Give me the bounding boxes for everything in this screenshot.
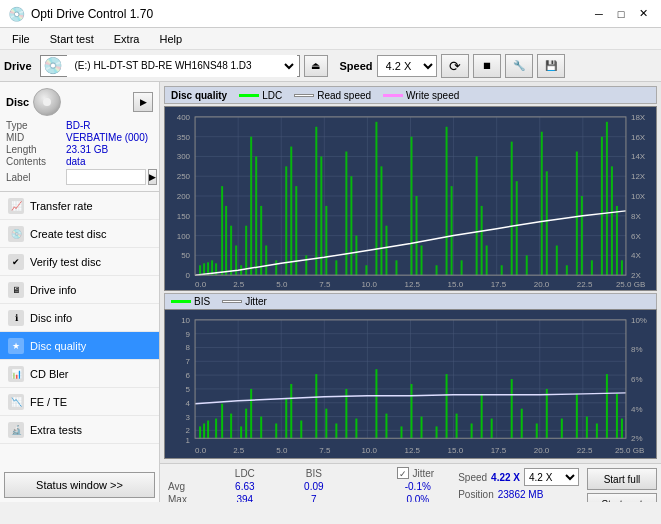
sidebar-item-fe-te[interactable]: 📉 FE / TE [0, 388, 159, 416]
sidebar-item-label-disc-info: Disc info [30, 312, 72, 324]
menu-help[interactable]: Help [151, 31, 190, 47]
sidebar-item-create-test-disc[interactable]: 💿 Create test disc [0, 220, 159, 248]
disc-panel: Disc ▶ Type BD-R MID VERBATIMe (000) Len… [0, 82, 159, 192]
svg-text:7.5: 7.5 [319, 280, 331, 289]
disc-header: Disc ▶ [6, 88, 153, 116]
svg-rect-179 [471, 423, 473, 438]
sidebar-item-verify-test-disc[interactable]: ✔ Verify test disc [0, 248, 159, 276]
svg-rect-157 [230, 414, 232, 439]
close-button[interactable]: ✕ [633, 4, 653, 24]
sidebar-item-extra-tests[interactable]: 🔬 Extra tests [0, 416, 159, 444]
speed-label: Speed [340, 60, 373, 72]
svg-rect-92 [516, 181, 518, 275]
svg-text:400: 400 [177, 113, 191, 122]
svg-text:12.5: 12.5 [404, 446, 420, 455]
sidebar-item-label-cd-bler: CD Bler [30, 368, 69, 380]
svg-rect-165 [300, 421, 302, 439]
verify-test-disc-icon: ✔ [8, 254, 24, 270]
svg-text:250: 250 [177, 172, 191, 181]
legend-jitter: Jitter [222, 296, 267, 307]
svg-text:10.0: 10.0 [361, 446, 377, 455]
sidebar-item-cd-bler[interactable]: 📊 CD Bler [0, 360, 159, 388]
speed-select[interactable]: 4.2 X [377, 55, 437, 77]
start-part-button[interactable]: Start part [587, 493, 657, 502]
stop-button[interactable]: ⏹ [473, 54, 501, 78]
cd-bler-icon: 📊 [8, 366, 24, 382]
status-window-button[interactable]: Status window >> [4, 472, 155, 498]
svg-rect-158 [240, 426, 242, 438]
sidebar: Disc ▶ Type BD-R MID VERBATIMe (000) Len… [0, 82, 160, 502]
maximize-button[interactable]: □ [611, 4, 631, 24]
disc-quality-icon: ★ [8, 338, 24, 354]
ldc-legend-color [239, 94, 259, 97]
menu-extra[interactable]: Extra [106, 31, 148, 47]
eject-button[interactable]: ⏏ [304, 55, 328, 77]
stats-avg-row: Avg 6.63 0.09 -0.1% [164, 480, 454, 493]
svg-rect-163 [285, 399, 287, 438]
svg-rect-90 [501, 265, 503, 275]
svg-rect-187 [576, 394, 578, 438]
position-label-text: Position [458, 489, 494, 500]
menu-file[interactable]: File [4, 31, 38, 47]
chart-title: Disc quality [171, 90, 227, 101]
svg-text:18X: 18X [631, 113, 646, 122]
disc-label-go-btn[interactable]: ▶ [148, 169, 157, 185]
col-header-empty [164, 466, 207, 480]
svg-rect-89 [486, 245, 488, 275]
svg-text:25.0 GB: 25.0 GB [615, 446, 644, 455]
svg-rect-80 [411, 137, 413, 275]
upper-chart-svg: 400 350 300 250 200 150 100 50 0 18X 16X… [165, 107, 656, 290]
svg-rect-155 [215, 419, 217, 439]
svg-rect-67 [305, 255, 307, 275]
sidebar-item-label-transfer-rate: Transfer rate [30, 200, 93, 212]
sidebar-item-drive-info[interactable]: 🖥 Drive info [0, 276, 159, 304]
svg-rect-166 [315, 374, 317, 438]
svg-text:17.5: 17.5 [491, 280, 507, 289]
disc-info-icon: ℹ [8, 310, 24, 326]
sidebar-item-transfer-rate[interactable]: 📈 Transfer rate [0, 192, 159, 220]
sidebar-item-disc-info[interactable]: ℹ Disc info [0, 304, 159, 332]
svg-rect-76 [375, 122, 377, 275]
svg-text:20.0: 20.0 [534, 446, 550, 455]
speed-position-col: Speed 4.22 X 4.2 X Position 23862 MB Sam… [458, 468, 579, 502]
disc-header-label: Disc [6, 96, 29, 108]
svg-text:17.5: 17.5 [491, 446, 507, 455]
svg-text:12.5: 12.5 [404, 280, 420, 289]
disc-label-input[interactable] [66, 169, 146, 185]
svg-rect-188 [586, 417, 588, 439]
speed-select-input[interactable]: 4.2 X [524, 468, 579, 486]
disc-small-btn[interactable]: ▶ [133, 92, 153, 112]
disc-fields: Type BD-R MID VERBATIMe (000) Length 23.… [6, 120, 153, 185]
sidebar-item-disc-quality[interactable]: ★ Disc quality [0, 332, 159, 360]
settings-button[interactable]: 🔧 [505, 54, 533, 78]
save-button[interactable]: 💾 [537, 54, 565, 78]
svg-rect-182 [511, 379, 513, 438]
svg-rect-102 [606, 122, 608, 275]
svg-rect-54 [225, 206, 227, 275]
svg-rect-186 [561, 419, 563, 439]
svg-rect-174 [411, 384, 413, 438]
bis-legend-color [171, 300, 191, 303]
svg-text:2X: 2X [631, 271, 641, 280]
svg-text:2%: 2% [631, 434, 643, 443]
svg-rect-74 [355, 236, 357, 276]
minimize-button[interactable]: ─ [589, 4, 609, 24]
extra-tests-icon: 🔬 [8, 422, 24, 438]
svg-text:300: 300 [177, 152, 191, 161]
drive-select[interactable]: (E:) HL-DT-ST BD-RE WH16NS48 1.D3 [67, 55, 297, 77]
chart-container: Disc quality LDC Read speed Write speed [160, 82, 661, 463]
max-label: Max [164, 493, 207, 502]
svg-rect-176 [436, 426, 438, 438]
refresh-button[interactable]: ⟳ [441, 54, 469, 78]
ldc-legend-label: LDC [262, 90, 282, 101]
svg-text:7.5: 7.5 [319, 446, 331, 455]
svg-text:100: 100 [177, 232, 191, 241]
start-buttons: Start full Start part [587, 468, 657, 502]
menu-start-test[interactable]: Start test [42, 31, 102, 47]
start-full-button[interactable]: Start full [587, 468, 657, 490]
legend-read-speed: Read speed [294, 90, 371, 101]
legend-ldc: LDC [239, 90, 282, 101]
transfer-rate-icon: 📈 [8, 198, 24, 214]
col-header-ldc: LDC [207, 466, 282, 480]
speed-label-text: Speed [458, 472, 487, 483]
